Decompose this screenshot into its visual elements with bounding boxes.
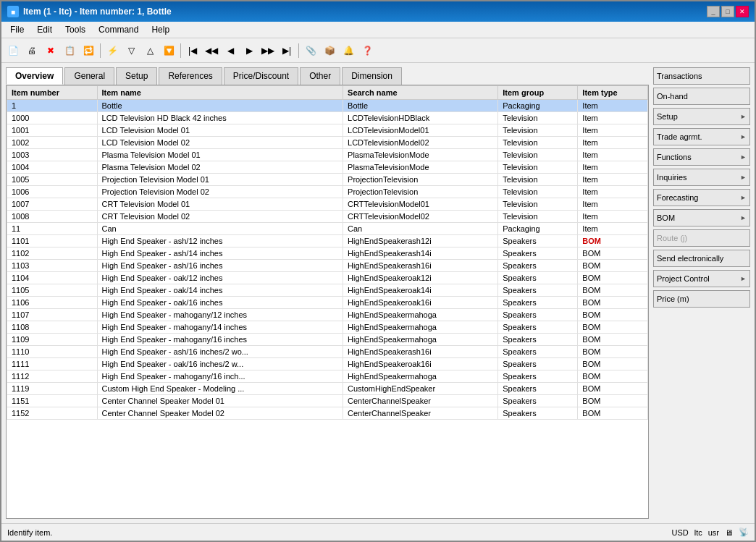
menu-command[interactable]: Command	[93, 23, 144, 36]
item-table-container[interactable]: Item number Item name Search name Item g…	[6, 85, 649, 519]
cell-type: BOM	[578, 321, 648, 334]
col-item-number[interactable]: Item number	[7, 86, 98, 100]
tb-prev[interactable]: ◀	[222, 42, 239, 59]
table-row[interactable]: 1119 Custom High End Speaker - Modeling …	[7, 383, 648, 395]
tb-copy[interactable]: 📋	[61, 42, 78, 59]
tab-overview[interactable]: Overview	[6, 67, 63, 85]
tab-dimension[interactable]: Dimension	[342, 67, 402, 85]
right-btn-project-control[interactable]: Project Control►	[653, 270, 750, 287]
tb-bell[interactable]: 🔔	[340, 42, 357, 59]
right-btn-transactions[interactable]: Transactions	[653, 67, 750, 85]
tab-other[interactable]: Other	[300, 67, 340, 85]
tb-next[interactable]: ▶	[240, 42, 258, 59]
table-row[interactable]: 1006 Projection Television Model 02 Proj…	[7, 186, 648, 198]
table-row[interactable]: 1007 CRT Television Model 01 CRTTelevisi…	[7, 198, 648, 211]
cell-search: HighEndSpeakerash16i	[343, 260, 498, 272]
menu-edit[interactable]: Edit	[31, 23, 58, 36]
table-row[interactable]: 1109 High End Speaker - mahogany/16 inch…	[7, 334, 648, 346]
table-row[interactable]: 1001 LCD Television Model 01 LCDTelevisi…	[7, 124, 648, 137]
table-row[interactable]: 1003 Plasma Television Model 01 PlasmaTe…	[7, 149, 648, 161]
tb-help[interactable]: ❓	[358, 42, 376, 59]
cell-type: BOM	[578, 395, 648, 407]
status-icon-2[interactable]: 📡	[739, 528, 749, 537]
table-row[interactable]: 1104 High End Speaker - oak/12 inches Hi…	[7, 272, 648, 284]
maximize-button[interactable]: □	[721, 6, 734, 17]
col-search-name[interactable]: Search name	[343, 86, 498, 100]
cell-number: 1109	[7, 334, 98, 346]
tb-funnel[interactable]: 🔽	[160, 42, 177, 59]
table-row[interactable]: 1110 High End Speaker - ash/16 inches/2 …	[7, 346, 648, 358]
right-btn-forecasting[interactable]: Forecasting►	[653, 189, 750, 206]
table-row[interactable]: 1101 High End Speaker - ash/12 inches Hi…	[7, 235, 648, 247]
tb-attach[interactable]: 📎	[302, 42, 319, 59]
cell-group: Speakers	[498, 321, 578, 334]
tb-filter-up[interactable]: △	[141, 42, 159, 59]
table-row[interactable]: 1103 High End Speaker - ash/16 inches Hi…	[7, 260, 648, 272]
tb-next-fast[interactable]: ▶▶	[259, 42, 277, 59]
cell-type: Item	[578, 124, 648, 137]
right-btn-inquiries[interactable]: Inquiries►	[653, 169, 750, 186]
cell-group: Speakers	[498, 260, 578, 272]
table-row[interactable]: 1152 Center Channel Speaker Model 02 Cen…	[7, 407, 648, 420]
table-row[interactable]: 1151 Center Channel Speaker Model 01 Cen…	[7, 395, 648, 407]
tb-refresh[interactable]: 🔁	[80, 42, 97, 59]
table-row[interactable]: 1108 High End Speaker - mahogany/14 inch…	[7, 321, 648, 334]
table-row[interactable]: 1105 High End Speaker - oak/14 inches Hi…	[7, 284, 648, 297]
cell-name: High End Speaker - oak/16 inches	[97, 297, 343, 309]
col-item-group[interactable]: Item group	[498, 86, 578, 100]
tb-filter-down[interactable]: ▽	[122, 42, 140, 59]
table-row[interactable]: 1005 Projection Television Model 01 Proj…	[7, 174, 648, 186]
minimize-button[interactable]: _	[707, 6, 720, 17]
tb-prev-fast[interactable]: ◀◀	[203, 42, 220, 59]
tb-new[interactable]: 📄	[4, 42, 22, 59]
cell-type: BOM	[578, 260, 648, 272]
right-btn-functions[interactable]: Functions►	[653, 148, 750, 166]
col-item-name[interactable]: Item name	[97, 86, 343, 100]
table-row[interactable]: 1102 High End Speaker - ash/14 inches Hi…	[7, 247, 648, 260]
table-row[interactable]: 1008 CRT Television Model 02 CRTTelevisi…	[7, 211, 648, 223]
tb-first[interactable]: |◀	[184, 42, 201, 59]
tb-print[interactable]: 🖨	[23, 42, 41, 59]
cell-type: Item	[578, 198, 648, 211]
table-row[interactable]: 11 Can Can Packaging Item	[7, 223, 648, 235]
table-row[interactable]: 1107 High End Speaker - mahogany/12 inch…	[7, 309, 648, 321]
table-row[interactable]: 1106 High End Speaker - oak/16 inches Hi…	[7, 297, 648, 309]
menu-help[interactable]: Help	[146, 23, 175, 36]
table-row[interactable]: 1002 LCD Television Model 02 LCDTelevisi…	[7, 137, 648, 149]
cell-number: 1102	[7, 247, 98, 260]
cell-group: Speakers	[498, 297, 578, 309]
cell-group: Packaging	[498, 100, 578, 112]
table-row[interactable]: 1112 High End Speaker - mahogany/16 inch…	[7, 370, 648, 383]
tab-setup[interactable]: Setup	[116, 67, 157, 85]
right-btn-price-(m)[interactable]: Price (m)	[653, 290, 750, 308]
tb-box[interactable]: 📦	[321, 42, 338, 59]
right-btn-bom[interactable]: BOM►	[653, 209, 750, 226]
cell-name: CRT Television Model 01	[97, 198, 343, 211]
tab-references[interactable]: References	[159, 67, 222, 85]
right-btn-trade-agrmt.[interactable]: Trade agrmt.►	[653, 128, 750, 145]
menu-bar: File Edit Tools Command Help	[1, 22, 755, 38]
table-row[interactable]: 1004 Plasma Television Model 02 PlasmaTe…	[7, 161, 648, 174]
cell-search: HighEndSpeakermahoga	[343, 370, 498, 383]
right-btn-on-hand[interactable]: On-hand	[653, 88, 750, 105]
status-icon-1[interactable]: 🖥	[725, 528, 733, 537]
cell-group: Speakers	[498, 346, 578, 358]
tab-price-discount[interactable]: Price/Discount	[224, 67, 298, 85]
right-btn-send-electronically[interactable]: Send electronically	[653, 250, 750, 267]
tab-general[interactable]: General	[64, 67, 114, 85]
col-item-type[interactable]: Item type	[578, 86, 648, 100]
tb-lightning[interactable]: ⚡	[104, 42, 121, 59]
table-row[interactable]: 1 Bottle Bottle Packaging Item	[7, 100, 648, 112]
cell-search: CRTTelevisionModel02	[343, 211, 498, 223]
menu-tools[interactable]: Tools	[59, 23, 91, 36]
table-row[interactable]: 1111 High End Speaker - oak/16 inches/2 …	[7, 358, 648, 370]
cell-number: 1151	[7, 395, 98, 407]
close-button[interactable]: ✕	[736, 6, 749, 17]
table-row[interactable]: 1000 LCD Television HD Black 42 inches L…	[7, 112, 648, 124]
menu-file[interactable]: File	[4, 23, 30, 36]
cell-type: Item	[578, 161, 648, 174]
tb-last[interactable]: ▶|	[278, 42, 295, 59]
right-btn-setup[interactable]: Setup►	[653, 108, 750, 125]
tb-delete[interactable]: ✖	[42, 42, 59, 59]
cell-search: PlasmaTelevisionMode	[343, 161, 498, 174]
